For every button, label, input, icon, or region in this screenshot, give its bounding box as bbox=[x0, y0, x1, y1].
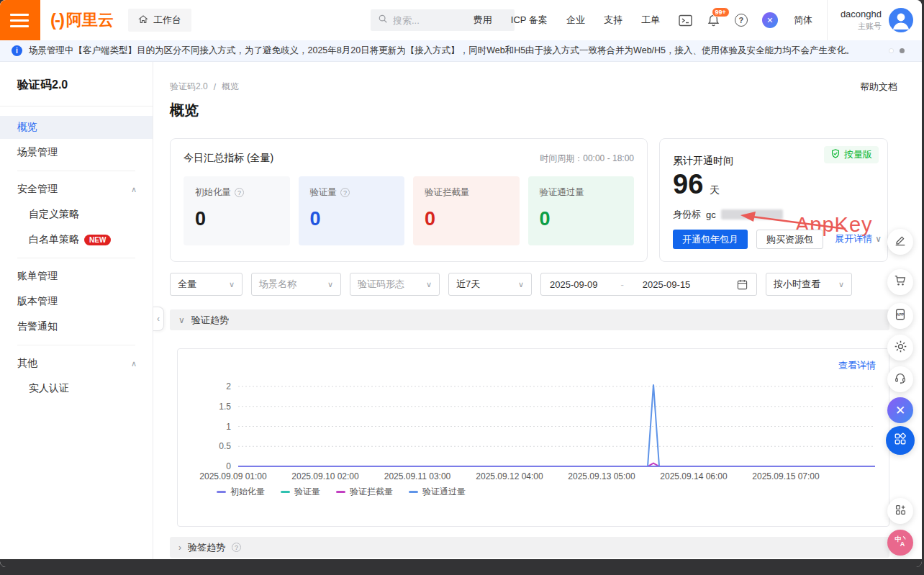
verify-trend-chart-card: 00.511.522025.09.09 01:002025.09.10 02:0… bbox=[177, 348, 889, 527]
help-circle-icon[interactable]: ? bbox=[340, 188, 350, 197]
svg-text:1: 1 bbox=[226, 422, 231, 432]
cart-button[interactable] bbox=[887, 269, 913, 295]
help-icon[interactable]: ? bbox=[735, 14, 748, 27]
sidebar-group-security[interactable]: 安全管理 ∧ bbox=[0, 178, 153, 201]
help-circle-icon[interactable]: ? bbox=[235, 188, 244, 197]
ai-assistant-fab[interactable]: ✕ bbox=[887, 397, 913, 423]
filter-bar: 全量∨ 场景名称∨ 验证码形态∨ 近7天∨ 2025-09-09 - 2025-… bbox=[170, 273, 852, 296]
notification-badge: 99+ bbox=[712, 7, 730, 17]
summary-card: 今日汇总指标 (全量) 时间周期：00:00 - 18:00 初始化量? 0 验… bbox=[170, 138, 648, 262]
svg-text:2025.09.14 06:00: 2025.09.14 06:00 bbox=[660, 471, 728, 481]
support-button[interactable] bbox=[887, 366, 913, 392]
settings-button[interactable] bbox=[887, 335, 913, 361]
translate-button[interactable]: 中A bbox=[887, 530, 913, 556]
legend-label: 初始化量 bbox=[230, 486, 265, 498]
svg-text:A: A bbox=[900, 540, 905, 548]
app-icon: APP bbox=[894, 308, 907, 324]
chevron-down-icon: ∨ bbox=[426, 280, 432, 289]
apps-grid-fab[interactable] bbox=[886, 426, 915, 455]
captcha-type-select[interactable]: 验证码形态∨ bbox=[350, 273, 440, 296]
terminal-icon[interactable] bbox=[679, 14, 692, 27]
menu-item-billing[interactable]: 费用 bbox=[474, 14, 492, 27]
menu-item-tickets[interactable]: 工单 bbox=[641, 14, 660, 27]
account-menu[interactable]: daconghd 主账号 bbox=[827, 0, 913, 40]
date-separator: - bbox=[621, 279, 624, 290]
taskbar[interactable] bbox=[0, 559, 922, 567]
svg-text:0: 0 bbox=[226, 461, 231, 471]
scene-name-select[interactable]: 场景名称∨ bbox=[251, 273, 341, 296]
granularity-select[interactable]: 按小时查看∨ bbox=[766, 273, 852, 296]
chevron-down-icon: ∨ bbox=[229, 280, 235, 289]
summary-period: 时间周期：00:00 - 18:00 bbox=[540, 153, 634, 165]
sidebar-item-real-person-auth[interactable]: 实人认证 bbox=[0, 377, 153, 400]
notice-dot-2[interactable] bbox=[900, 48, 905, 53]
chevron-down-icon: ∨ bbox=[518, 280, 524, 289]
scope-select[interactable]: 全量∨ bbox=[170, 273, 243, 296]
sidebar-collapse-handle[interactable]: ‹ bbox=[153, 307, 164, 331]
sidebar-divider bbox=[17, 258, 135, 258]
mini-program-button[interactable] bbox=[887, 498, 913, 524]
feedback-edit-button[interactable] bbox=[887, 229, 913, 255]
date-range-picker[interactable]: 2025-09-09 - 2025-09-15 bbox=[540, 273, 757, 296]
menu-item-support[interactable]: 支持 bbox=[604, 14, 622, 27]
page-title: 概览 bbox=[170, 101, 199, 120]
legend-item[interactable]: 验证拦截量 bbox=[336, 486, 393, 498]
breadcrumb-separator: / bbox=[214, 82, 216, 92]
svg-text:2: 2 bbox=[226, 381, 231, 391]
menu-item-enterprise[interactable]: 企业 bbox=[566, 14, 585, 27]
svg-text:APP: APP bbox=[897, 312, 905, 317]
view-details-link[interactable]: 查看详情 bbox=[838, 359, 876, 372]
buy-resource-pack-button[interactable]: 购买资源包 bbox=[756, 230, 823, 249]
metric-label: 初始化量 bbox=[195, 186, 231, 199]
notification-bell-icon[interactable]: 99+ bbox=[707, 14, 720, 27]
date-end[interactable]: 2025-09-15 bbox=[643, 279, 691, 290]
legend-swatch-icon bbox=[281, 491, 290, 493]
plan-badge[interactable]: 按量版 bbox=[824, 146, 879, 163]
identity-label: 身份标 bbox=[673, 208, 701, 221]
sidebar-item-overview[interactable]: 概览 bbox=[0, 116, 153, 139]
subscribe-button[interactable]: 开通包年包月 bbox=[673, 230, 748, 249]
sidebar-item-alert-notification[interactable]: 告警通知 bbox=[0, 315, 153, 338]
translate-icon: 中A bbox=[893, 534, 907, 551]
account-type: 主账号 bbox=[841, 21, 882, 31]
hamburger-menu-icon[interactable] bbox=[0, 0, 40, 40]
metric-value: 0 bbox=[540, 208, 623, 230]
sidebar-item-scene-management[interactable]: 场景管理 bbox=[0, 141, 153, 164]
browser-page: (-) 阿里云 工作台 费用 ICP 备案 企业 支持 工单 99+ bbox=[0, 0, 922, 567]
sidebar: 验证码2.0 概览 场景管理 安全管理 ∧ 自定义策略 白名单策略 NEW 账单… bbox=[0, 62, 153, 567]
legend-item[interactable]: 验证量 bbox=[281, 486, 320, 498]
language-switch[interactable]: 简体 bbox=[794, 14, 812, 27]
metric-label: 验证拦截量 bbox=[425, 186, 470, 199]
notice-dot-1[interactable] bbox=[889, 48, 894, 53]
legend-item[interactable]: 验证通过量 bbox=[409, 486, 466, 498]
aliyun-logo[interactable]: (-) 阿里云 bbox=[50, 9, 114, 31]
breadcrumb-root[interactable]: 验证码2.0 bbox=[170, 81, 208, 93]
help-circle-icon[interactable]: ? bbox=[232, 543, 241, 552]
topbar: (-) 阿里云 工作台 费用 ICP 备案 企业 支持 工单 99+ bbox=[0, 0, 922, 40]
sidebar-item-whitelist-policy[interactable]: 白名单策略 NEW bbox=[0, 228, 153, 251]
chevron-down-icon: ∨ bbox=[178, 315, 185, 325]
expand-details-link[interactable]: 展开详情 ∨ bbox=[835, 232, 882, 245]
app-download-button[interactable]: APP bbox=[887, 303, 913, 329]
granularity-value: 按小时查看 bbox=[774, 278, 820, 291]
time-range-select[interactable]: 近7天∨ bbox=[448, 273, 532, 296]
sign-trend-header[interactable]: › 验签趋势 ? bbox=[170, 537, 889, 558]
sidebar-item-custom-policy[interactable]: 自定义策略 bbox=[0, 203, 153, 226]
workbench-button[interactable]: 工作台 bbox=[128, 9, 191, 32]
help-doc-link[interactable]: 帮助文档 bbox=[860, 81, 897, 94]
top-icons: 99+ ? ✕ bbox=[679, 12, 778, 28]
ai-assistant-icon[interactable]: ✕ bbox=[762, 12, 778, 28]
metric-label: 验证量 bbox=[310, 186, 338, 199]
sidebar-item-billing-management[interactable]: 账单管理 bbox=[0, 265, 153, 288]
sidebar-item-version-management[interactable]: 版本管理 bbox=[0, 290, 153, 313]
legend-item[interactable]: 初始化量 bbox=[217, 486, 265, 498]
info-icon: i bbox=[12, 45, 22, 56]
svg-text:2025.09.13 05:00: 2025.09.13 05:00 bbox=[568, 471, 635, 481]
avatar[interactable] bbox=[889, 8, 913, 32]
date-start[interactable]: 2025-09-09 bbox=[550, 279, 598, 290]
svg-text:1.5: 1.5 bbox=[219, 402, 231, 412]
verify-trend-header[interactable]: ∨ 验证趋势 bbox=[170, 309, 889, 330]
sidebar-group-other[interactable]: 其他 ∧ bbox=[0, 352, 153, 375]
identity-value-prefix: gc bbox=[706, 209, 716, 220]
menu-item-icp[interactable]: ICP 备案 bbox=[511, 14, 548, 27]
